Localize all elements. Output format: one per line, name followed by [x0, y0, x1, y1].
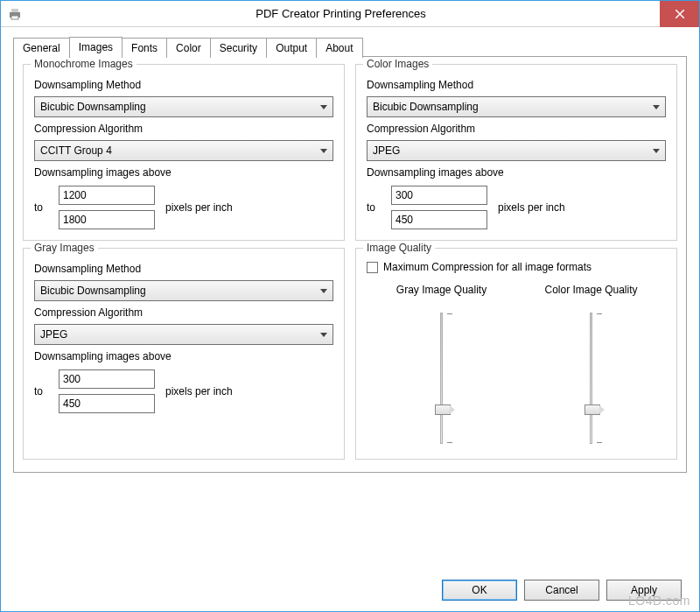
slider-track — [440, 313, 443, 444]
tab-security[interactable]: Security — [210, 38, 267, 58]
tab-output[interactable]: Output — [266, 38, 317, 58]
select-mono-compression[interactable]: CCITT Group 4 — [34, 140, 333, 161]
content-area: General Images Fonts Color Security Outp… — [1, 27, 699, 482]
select-gray-compression[interactable]: JPEG — [34, 324, 333, 345]
input-color-threshold1[interactable] — [391, 186, 487, 205]
input-mono-threshold1[interactable] — [59, 186, 155, 205]
threshold-row: to pixels per inch — [367, 186, 666, 229]
slider-tick — [597, 442, 602, 443]
slider-thumb[interactable] — [435, 404, 451, 415]
label-compression: Compression Algorithm — [34, 123, 333, 135]
group-color: Color Images Downsampling Method Bicubic… — [355, 64, 677, 241]
input-gray-threshold2[interactable] — [59, 394, 155, 413]
label-ds-method: Downsampling Method — [34, 263, 333, 275]
threshold-row: to pixels per inch — [34, 186, 333, 229]
select-value: Bicubic Downsampling — [40, 101, 146, 113]
label-color-quality: Color Image Quality — [544, 284, 637, 296]
tab-panel: Monochrome Images Downsampling Method Bi… — [13, 57, 687, 473]
label-gray-quality: Gray Image Quality — [396, 284, 486, 296]
label-ds-method: Downsampling Method — [34, 79, 333, 91]
inputs-col — [391, 186, 487, 229]
threshold-row: to pixels per inch — [34, 369, 333, 413]
group-quality: Image Quality Maximum Compression for al… — [355, 248, 677, 460]
printer-icon — [8, 7, 22, 21]
tab-fonts[interactable]: Fonts — [122, 38, 167, 58]
input-color-threshold2[interactable] — [391, 210, 487, 229]
label-above: Downsampling images above — [34, 166, 333, 179]
input-gray-threshold1[interactable] — [59, 369, 155, 389]
sliders-row: Gray Image Quality Color Image Quality — [367, 284, 666, 448]
label-ds-method: Downsampling Method — [367, 79, 666, 91]
close-button[interactable] — [660, 1, 699, 27]
label-to: to — [367, 201, 384, 214]
slider-gray-col: Gray Image Quality — [369, 284, 513, 448]
slider-track — [590, 313, 592, 444]
slider-tick — [447, 313, 452, 314]
group-gray: Gray Images Downsampling Method Bicubic … — [23, 248, 345, 460]
tab-general[interactable]: General — [13, 38, 70, 58]
svg-rect-2 — [11, 16, 18, 19]
tab-color[interactable]: Color — [166, 38, 211, 58]
label-compression: Compression Algorithm — [367, 123, 666, 135]
ok-button[interactable]: OK — [442, 580, 517, 601]
label-to: to — [34, 385, 52, 397]
select-value: JPEG — [373, 144, 400, 157]
select-mono-downsampling[interactable]: Bicubic Downsampling — [34, 96, 333, 117]
tab-about[interactable]: About — [316, 38, 362, 58]
input-mono-threshold2[interactable] — [59, 210, 155, 229]
slider-gray-quality[interactable] — [424, 308, 459, 448]
close-icon — [676, 10, 684, 18]
apply-button[interactable]: Apply — [606, 580, 682, 601]
dialog-buttons: OK Cancel Apply — [442, 580, 682, 601]
label-to: to — [34, 201, 52, 214]
group-title: Image Quality — [363, 242, 435, 254]
window-title: PDF Creator Printing Preferences — [22, 7, 660, 20]
label-ppi: pixels per inch — [498, 201, 565, 214]
group-title: Color Images — [363, 58, 432, 70]
select-color-compression[interactable]: JPEG — [367, 140, 666, 161]
checkbox-max-compression[interactable] — [367, 262, 378, 273]
svg-rect-1 — [11, 9, 18, 12]
label-ppi: pixels per inch — [165, 201, 233, 214]
group-title: Monochrome Images — [31, 58, 136, 70]
select-value: JPEG — [40, 328, 67, 341]
titlebar: PDF Creator Printing Preferences — [1, 1, 699, 27]
select-value: Bicubic Downsampling — [373, 101, 479, 113]
select-gray-downsampling[interactable]: Bicubic Downsampling — [34, 280, 333, 301]
dialog-window: PDF Creator Printing Preferences General… — [0, 0, 700, 612]
label-max-compression: Maximum Compression for all image format… — [383, 261, 592, 273]
slider-color-col: Color Image Quality — [519, 284, 662, 448]
label-compression: Compression Algorithm — [34, 306, 333, 319]
slider-tick — [597, 313, 602, 314]
inputs-col — [59, 186, 155, 229]
tab-strip: General Images Fonts Color Security Outp… — [13, 36, 687, 57]
tab-images[interactable]: Images — [69, 37, 122, 57]
slider-tick — [447, 442, 452, 443]
slider-thumb[interactable] — [584, 404, 600, 415]
select-value: Bicubic Downsampling — [40, 285, 146, 297]
label-ppi: pixels per inch — [165, 385, 233, 397]
slider-color-quality[interactable] — [574, 308, 609, 448]
select-value: CCITT Group 4 — [40, 144, 112, 157]
group-title: Gray Images — [31, 242, 98, 254]
inputs-col — [59, 369, 155, 413]
group-monochrome: Monochrome Images Downsampling Method Bi… — [23, 64, 345, 241]
checkbox-row: Maximum Compression for all image format… — [367, 261, 666, 273]
label-above: Downsampling images above — [367, 166, 666, 179]
select-color-downsampling[interactable]: Bicubic Downsampling — [367, 96, 666, 117]
label-above: Downsampling images above — [34, 350, 333, 362]
cancel-button[interactable]: Cancel — [524, 580, 599, 601]
